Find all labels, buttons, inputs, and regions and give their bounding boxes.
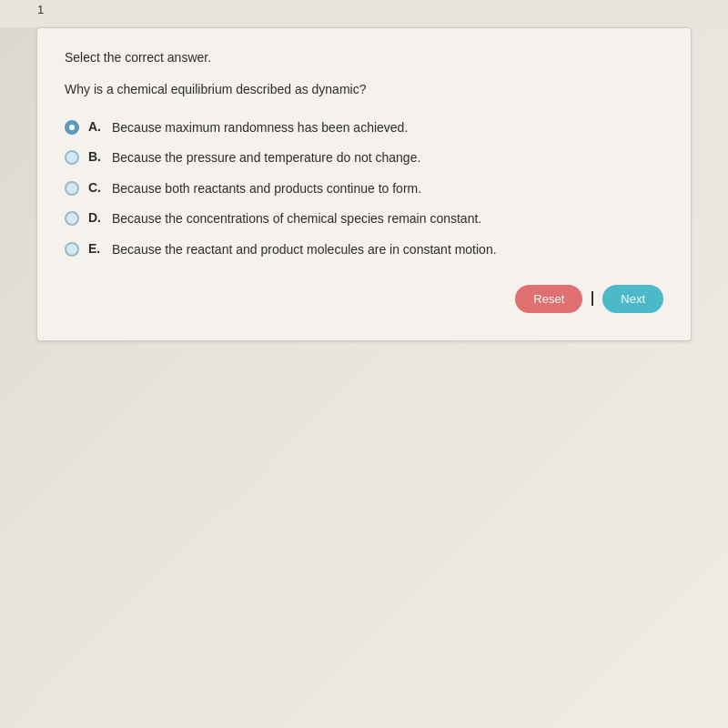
question-text: Why is a chemical equilibrium described … [65,81,663,99]
option-radio-a[interactable] [65,120,79,135]
option-text-d: Because the concentrations of chemical s… [112,210,481,228]
question-card: 1 Select the correct answer. Why is a ch… [36,27,692,341]
option-item-b[interactable]: B. Because the pressure and temperature … [65,149,663,167]
question-number: 1 [37,3,44,16]
option-text-b: Because the pressure and temperature do … [112,149,420,167]
option-item-e[interactable]: E. Because the reactant and product mole… [65,241,663,259]
button-row: Reset Next [65,285,663,313]
reset-button[interactable]: Reset [515,285,582,313]
page-container: 1 Select the correct answer. Why is a ch… [0,27,728,728]
option-letter-a: A. [88,119,105,134]
option-text-c: Because both reactants and products cont… [112,180,421,198]
instruction-text: Select the correct answer. [65,50,663,65]
option-radio-e[interactable] [65,242,79,257]
option-text-a: Because maximum randomness has been achi… [112,119,408,137]
option-letter-b: B. [88,149,105,164]
option-item-c[interactable]: C. Because both reactants and products c… [65,180,663,198]
option-letter-e: E. [88,241,105,256]
option-letter-d: D. [88,210,105,225]
option-item-a[interactable]: A. Because maximum randomness has been a… [65,119,663,137]
options-list: A. Because maximum randomness has been a… [65,119,663,259]
option-radio-c[interactable] [65,181,79,196]
option-item-d[interactable]: D. Because the concentrations of chemica… [65,210,663,228]
option-radio-d[interactable] [65,211,79,226]
cursor-indicator [592,291,593,306]
option-letter-c: C. [88,180,105,195]
next-button[interactable]: Next [602,285,663,313]
option-text-e: Because the reactant and product molecul… [112,241,497,259]
option-radio-b[interactable] [65,150,79,165]
